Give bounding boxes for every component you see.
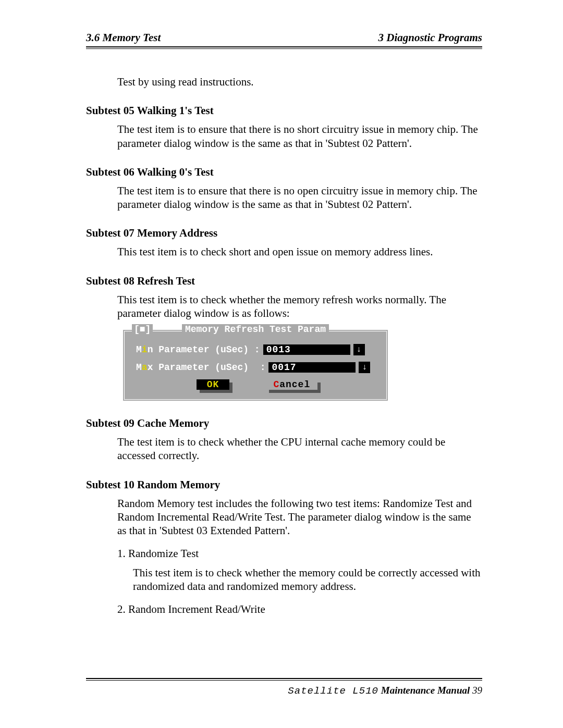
- header-rule-thin: [86, 48, 482, 49]
- ok-button[interactable]: OK: [197, 379, 230, 390]
- subtest-07-body: This test item is to check short and ope…: [117, 245, 482, 258]
- cancel-button[interactable]: Cancel: [266, 379, 317, 390]
- dialog-screenshot: [■] Memory Refresh Test Param Min Parame…: [123, 329, 482, 401]
- max-param-label: Max Parameter (uSec) :: [136, 362, 265, 373]
- document-page: 3.6 Memory Test 3 Diagnostic Programs Te…: [0, 0, 563, 728]
- intro-text: Test by using read instructions.: [117, 75, 482, 89]
- subtest-09-body: The test item is to check whether the CP…: [117, 435, 482, 463]
- page-footer: Satellite L510 Maintenance Manual 39: [86, 677, 482, 697]
- subtest-10-item1-body: This test item is to check whether the m…: [133, 566, 482, 594]
- subtest-10-title: Subtest 10 Random Memory: [86, 478, 482, 491]
- dialog-button-row: OK Cancel: [136, 379, 378, 394]
- subtest-05-body: The test item is to ensure that there is…: [117, 122, 482, 150]
- footer-rule-thick: [86, 678, 482, 679]
- max-param-stepper-down-icon[interactable]: ↓: [359, 362, 370, 373]
- dialog-body: Min Parameter (uSec) : 0013 ↓ Max Parame…: [125, 331, 386, 399]
- footer-rule-thin: [86, 680, 482, 681]
- subtest-07-title: Subtest 07 Memory Address: [86, 227, 482, 240]
- max-param-input[interactable]: 0017: [268, 362, 356, 373]
- min-param-input[interactable]: 0013: [263, 344, 350, 355]
- subtest-10-item2-label: 2. Random Increment Read/Write: [117, 602, 482, 616]
- min-param-stepper-down-icon[interactable]: ↓: [353, 344, 365, 355]
- header-rule-thick: [86, 46, 482, 47]
- footer-text: Satellite L510 Maintenance Manual 39: [86, 685, 482, 697]
- subtest-06-body: The test item is to ensure that there is…: [117, 184, 482, 212]
- subtest-08-body: This test item is to check whether the m…: [117, 293, 482, 320]
- max-param-row: Max Parameter (uSec) : 0017 ↓: [136, 362, 378, 373]
- subtest-10-body: Random Memory test includes the followin…: [117, 497, 482, 538]
- min-param-label: Min Parameter (uSec) :: [136, 344, 260, 355]
- subtest-05-title: Subtest 05 Walking 1's Test: [86, 104, 482, 117]
- header-right: 3 Diagnostic Programs: [378, 31, 482, 44]
- dialog-title: Memory Refresh Test Param: [125, 324, 386, 335]
- footer-page-number: 39: [470, 685, 482, 696]
- footer-manual: Maintenance Manual: [378, 685, 470, 696]
- header-left: 3.6 Memory Test: [86, 31, 161, 44]
- footer-model: Satellite L510: [288, 685, 378, 697]
- subtest-09-title: Subtest 09 Cache Memory: [86, 417, 482, 430]
- subtest-06-title: Subtest 06 Walking 0's Test: [86, 166, 482, 179]
- subtest-08-title: Subtest 08 Refresh Test: [86, 275, 482, 288]
- page-header: 3.6 Memory Test 3 Diagnostic Programs: [86, 31, 482, 45]
- memory-refresh-dialog: [■] Memory Refresh Test Param Min Parame…: [123, 329, 388, 401]
- min-param-row: Min Parameter (uSec) : 0013 ↓: [136, 344, 378, 355]
- subtest-10-item1-label: 1. Randomize Test: [117, 547, 482, 560]
